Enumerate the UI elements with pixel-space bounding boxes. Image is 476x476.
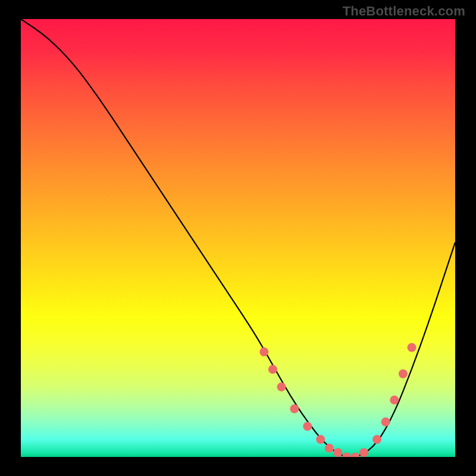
svg-point-3: [290, 405, 299, 414]
svg-point-5: [316, 435, 325, 444]
chart-svg: [21, 19, 455, 457]
svg-point-13: [390, 396, 399, 405]
svg-point-14: [399, 369, 408, 378]
svg-point-2: [277, 383, 286, 392]
highlight-dots: [259, 343, 416, 458]
svg-point-11: [372, 435, 381, 444]
svg-point-7: [333, 448, 342, 457]
svg-point-15: [408, 343, 416, 352]
watermark-text: TheBottleneck.com: [343, 4, 465, 19]
svg-point-1: [268, 365, 277, 374]
svg-point-6: [325, 444, 334, 453]
svg-point-9: [351, 453, 360, 458]
svg-point-4: [303, 422, 312, 431]
svg-point-12: [381, 418, 390, 427]
svg-point-8: [342, 453, 351, 458]
svg-point-10: [359, 448, 368, 457]
svg-point-0: [259, 347, 268, 356]
chart-plot-area: [21, 19, 455, 457]
bottleneck-curve: [21, 19, 455, 457]
